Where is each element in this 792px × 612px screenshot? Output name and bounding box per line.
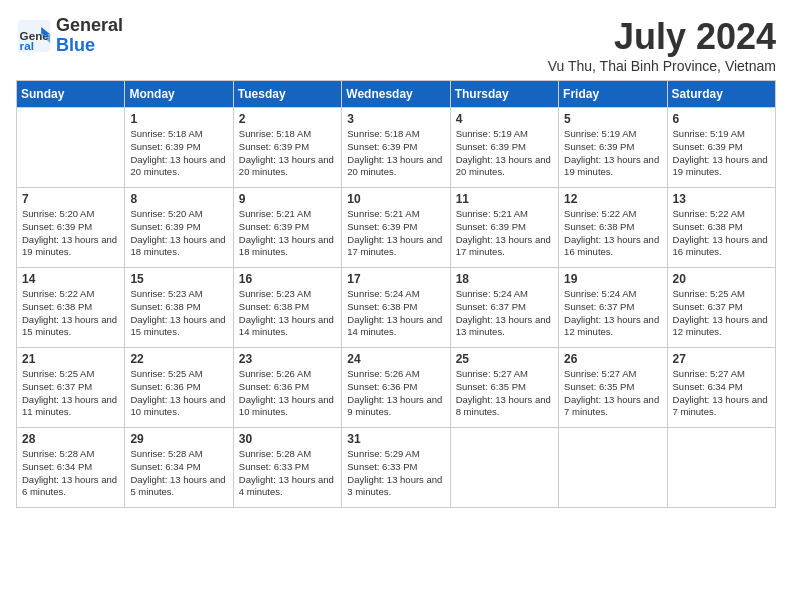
cell-info: Sunrise: 5:24 AMSunset: 6:38 PMDaylight:… [347,288,444,339]
day-number: 20 [673,272,770,286]
calendar-cell [450,428,558,508]
calendar-cell: 11Sunrise: 5:21 AMSunset: 6:39 PMDayligh… [450,188,558,268]
day-number: 26 [564,352,661,366]
logo: Gene ral General Blue [16,16,123,56]
weekday-header-thursday: Thursday [450,81,558,108]
calendar-cell [17,108,125,188]
calendar-cell: 22Sunrise: 5:25 AMSunset: 6:36 PMDayligh… [125,348,233,428]
cell-info: Sunrise: 5:21 AMSunset: 6:39 PMDaylight:… [456,208,553,259]
day-number: 13 [673,192,770,206]
calendar-cell: 5Sunrise: 5:19 AMSunset: 6:39 PMDaylight… [559,108,667,188]
cell-info: Sunrise: 5:24 AMSunset: 6:37 PMDaylight:… [456,288,553,339]
cell-info: Sunrise: 5:22 AMSunset: 6:38 PMDaylight:… [22,288,119,339]
calendar-cell: 16Sunrise: 5:23 AMSunset: 6:38 PMDayligh… [233,268,341,348]
calendar-table: SundayMondayTuesdayWednesdayThursdayFrid… [16,80,776,508]
day-number: 30 [239,432,336,446]
cell-info: Sunrise: 5:28 AMSunset: 6:34 PMDaylight:… [22,448,119,499]
day-number: 23 [239,352,336,366]
calendar-cell: 24Sunrise: 5:26 AMSunset: 6:36 PMDayligh… [342,348,450,428]
cell-info: Sunrise: 5:27 AMSunset: 6:34 PMDaylight:… [673,368,770,419]
cell-info: Sunrise: 5:23 AMSunset: 6:38 PMDaylight:… [239,288,336,339]
cell-info: Sunrise: 5:28 AMSunset: 6:33 PMDaylight:… [239,448,336,499]
cell-info: Sunrise: 5:19 AMSunset: 6:39 PMDaylight:… [673,128,770,179]
calendar-cell: 15Sunrise: 5:23 AMSunset: 6:38 PMDayligh… [125,268,233,348]
calendar-cell [559,428,667,508]
cell-info: Sunrise: 5:25 AMSunset: 6:37 PMDaylight:… [673,288,770,339]
cell-info: Sunrise: 5:25 AMSunset: 6:36 PMDaylight:… [130,368,227,419]
calendar-cell: 1Sunrise: 5:18 AMSunset: 6:39 PMDaylight… [125,108,233,188]
cell-info: Sunrise: 5:27 AMSunset: 6:35 PMDaylight:… [456,368,553,419]
calendar-cell: 3Sunrise: 5:18 AMSunset: 6:39 PMDaylight… [342,108,450,188]
day-number: 25 [456,352,553,366]
day-number: 21 [22,352,119,366]
calendar-week-5: 28Sunrise: 5:28 AMSunset: 6:34 PMDayligh… [17,428,776,508]
cell-info: Sunrise: 5:26 AMSunset: 6:36 PMDaylight:… [239,368,336,419]
calendar-cell: 7Sunrise: 5:20 AMSunset: 6:39 PMDaylight… [17,188,125,268]
day-number: 15 [130,272,227,286]
calendar-cell: 8Sunrise: 5:20 AMSunset: 6:39 PMDaylight… [125,188,233,268]
cell-info: Sunrise: 5:23 AMSunset: 6:38 PMDaylight:… [130,288,227,339]
cell-info: Sunrise: 5:22 AMSunset: 6:38 PMDaylight:… [564,208,661,259]
calendar-cell: 23Sunrise: 5:26 AMSunset: 6:36 PMDayligh… [233,348,341,428]
weekday-header-monday: Monday [125,81,233,108]
cell-info: Sunrise: 5:21 AMSunset: 6:39 PMDaylight:… [239,208,336,259]
day-number: 18 [456,272,553,286]
calendar-cell: 30Sunrise: 5:28 AMSunset: 6:33 PMDayligh… [233,428,341,508]
calendar-cell: 31Sunrise: 5:29 AMSunset: 6:33 PMDayligh… [342,428,450,508]
weekday-header-tuesday: Tuesday [233,81,341,108]
day-number: 2 [239,112,336,126]
location: Vu Thu, Thai Binh Province, Vietnam [548,58,776,74]
cell-info: Sunrise: 5:19 AMSunset: 6:39 PMDaylight:… [456,128,553,179]
calendar-cell: 2Sunrise: 5:18 AMSunset: 6:39 PMDaylight… [233,108,341,188]
day-number: 27 [673,352,770,366]
calendar-cell: 14Sunrise: 5:22 AMSunset: 6:38 PMDayligh… [17,268,125,348]
calendar-cell: 29Sunrise: 5:28 AMSunset: 6:34 PMDayligh… [125,428,233,508]
day-number: 12 [564,192,661,206]
day-number: 19 [564,272,661,286]
logo-text: General Blue [56,16,123,56]
cell-info: Sunrise: 5:24 AMSunset: 6:37 PMDaylight:… [564,288,661,339]
weekday-header-saturday: Saturday [667,81,775,108]
logo-icon: Gene ral [16,18,52,54]
day-number: 29 [130,432,227,446]
calendar-cell: 13Sunrise: 5:22 AMSunset: 6:38 PMDayligh… [667,188,775,268]
day-number: 4 [456,112,553,126]
calendar-week-2: 7Sunrise: 5:20 AMSunset: 6:39 PMDaylight… [17,188,776,268]
cell-info: Sunrise: 5:29 AMSunset: 6:33 PMDaylight:… [347,448,444,499]
calendar-cell: 21Sunrise: 5:25 AMSunset: 6:37 PMDayligh… [17,348,125,428]
calendar-cell: 9Sunrise: 5:21 AMSunset: 6:39 PMDaylight… [233,188,341,268]
title-block: July 2024 Vu Thu, Thai Binh Province, Vi… [548,16,776,74]
calendar-cell: 12Sunrise: 5:22 AMSunset: 6:38 PMDayligh… [559,188,667,268]
cell-info: Sunrise: 5:18 AMSunset: 6:39 PMDaylight:… [347,128,444,179]
calendar-cell: 18Sunrise: 5:24 AMSunset: 6:37 PMDayligh… [450,268,558,348]
calendar-cell: 26Sunrise: 5:27 AMSunset: 6:35 PMDayligh… [559,348,667,428]
cell-info: Sunrise: 5:20 AMSunset: 6:39 PMDaylight:… [22,208,119,259]
cell-info: Sunrise: 5:27 AMSunset: 6:35 PMDaylight:… [564,368,661,419]
calendar-cell: 28Sunrise: 5:28 AMSunset: 6:34 PMDayligh… [17,428,125,508]
cell-info: Sunrise: 5:18 AMSunset: 6:39 PMDaylight:… [130,128,227,179]
cell-info: Sunrise: 5:22 AMSunset: 6:38 PMDaylight:… [673,208,770,259]
day-number: 8 [130,192,227,206]
day-number: 22 [130,352,227,366]
calendar-cell [667,428,775,508]
calendar-cell: 27Sunrise: 5:27 AMSunset: 6:34 PMDayligh… [667,348,775,428]
weekday-header-friday: Friday [559,81,667,108]
cell-info: Sunrise: 5:25 AMSunset: 6:37 PMDaylight:… [22,368,119,419]
day-number: 11 [456,192,553,206]
month-year: July 2024 [548,16,776,58]
logo-blue: Blue [56,35,95,55]
calendar-cell: 19Sunrise: 5:24 AMSunset: 6:37 PMDayligh… [559,268,667,348]
calendar-cell: 6Sunrise: 5:19 AMSunset: 6:39 PMDaylight… [667,108,775,188]
day-number: 10 [347,192,444,206]
day-number: 6 [673,112,770,126]
calendar-cell: 20Sunrise: 5:25 AMSunset: 6:37 PMDayligh… [667,268,775,348]
svg-text:ral: ral [20,39,34,52]
day-number: 5 [564,112,661,126]
logo-general: General [56,15,123,35]
header: Gene ral General Blue July 2024 Vu Thu, … [16,16,776,74]
day-number: 1 [130,112,227,126]
day-number: 14 [22,272,119,286]
day-number: 17 [347,272,444,286]
calendar-week-1: 1Sunrise: 5:18 AMSunset: 6:39 PMDaylight… [17,108,776,188]
calendar-cell: 25Sunrise: 5:27 AMSunset: 6:35 PMDayligh… [450,348,558,428]
